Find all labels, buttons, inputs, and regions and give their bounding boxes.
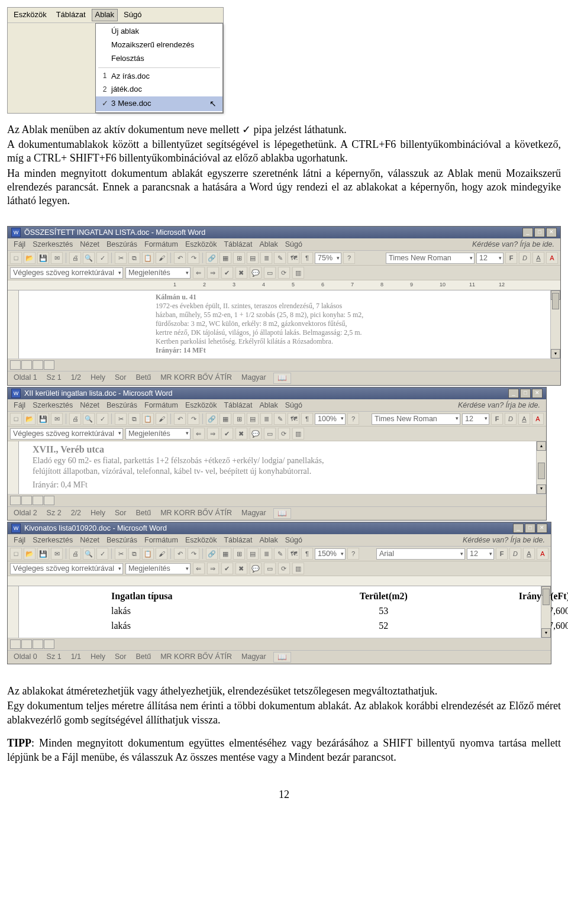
ask-box[interactable]: Kérdése van? Írja be ide. — [470, 240, 557, 249]
menuitem-doc3[interactable]: ✓ 3 Mese.doc ↖ — [96, 96, 222, 111]
word-menubar: Fájl Szerkesztés Nézet Beszúrás Formátum… — [8, 238, 560, 251]
zoom-combo[interactable]: 100% — [315, 413, 346, 425]
excel-icon[interactable]: ▤ — [247, 252, 259, 264]
close-button[interactable]: ✕ — [532, 389, 543, 398]
minimize-button[interactable]: _ — [513, 524, 524, 533]
minimize-button[interactable]: _ — [508, 389, 519, 398]
word-icon: W — [11, 389, 21, 398]
menu-ablak[interactable]: Ablak — [92, 9, 118, 21]
check-icon: ✓ — [98, 99, 111, 109]
body-text: Ha minden megnyitott dokumentum ablakát … — [7, 167, 561, 208]
menuitem-doc2[interactable]: 2játék.doc — [96, 83, 222, 96]
hyperlink-icon[interactable]: 🔗 — [206, 252, 218, 264]
word-window-2: W XII kerületi ingatlan lista.doc - Micr… — [7, 387, 547, 521]
cut-icon[interactable]: ✂ — [115, 252, 127, 264]
font-combo[interactable]: Times New Roman — [386, 253, 475, 264]
status-book-icon: 📖 — [273, 373, 291, 383]
new-icon[interactable]: □ — [10, 252, 22, 264]
pane-icon[interactable]: ▥ — [292, 267, 304, 279]
titlebar[interactable]: W XII kerületi ingatlan lista.doc - Micr… — [8, 387, 546, 399]
tiled-word-windows: W ÖSSZESÍTETT INGATLAN LISTA.doc - Micro… — [7, 226, 561, 664]
save-icon[interactable]: 💾 — [37, 252, 49, 264]
outline-view-icon[interactable] — [44, 360, 54, 370]
columns-icon[interactable]: ≣ — [260, 252, 272, 264]
maximize-button[interactable]: □ — [525, 524, 535, 533]
highlight-icon[interactable]: ▭ — [264, 267, 276, 279]
drawing-icon[interactable]: ✎ — [274, 252, 286, 264]
copy-icon[interactable]: ⧉ — [128, 252, 140, 264]
menu-tablazat[interactable]: Táblázat — [53, 9, 89, 21]
accept-icon[interactable]: ✔ — [221, 267, 233, 279]
reviewing-toolbar: Végleges szöveg korrektúrával Megjelenít… — [8, 266, 560, 280]
zoom-combo[interactable]: 75% — [315, 253, 341, 264]
format-painter-icon[interactable]: 🖌 — [156, 252, 167, 264]
menu-sugo[interactable]: Súgó — [120, 9, 145, 21]
ruler[interactable]: 1 2 3 4 5 6 7 8 9 10 11 12 — [8, 280, 560, 290]
maximize-button[interactable]: □ — [534, 228, 545, 237]
redo-icon[interactable]: ↷ — [188, 252, 199, 264]
ablak-dropdown: Új ablak Mozaikszerű elrendezés Felosztá… — [95, 23, 223, 113]
font-combo[interactable]: Times New Roman — [372, 413, 460, 425]
font-combo[interactable]: Arial — [376, 548, 465, 560]
body-text: Az ablakokat átméretezhetjük vagy áthely… — [7, 684, 561, 698]
mail-icon[interactable]: ✉ — [51, 252, 63, 264]
zoom-combo[interactable]: 150% — [315, 548, 346, 560]
track-icon[interactable]: ⟳ — [278, 267, 290, 279]
tipp-paragraph: TIPP: Minden megnyitott dokumentum együt… — [7, 736, 561, 764]
document-area[interactable]: Ingatlan típusa Terület(m2) Irányár(eFt)… — [8, 586, 551, 637]
underline-icon[interactable]: A — [532, 252, 544, 264]
reject-icon[interactable]: ✖ — [235, 267, 247, 279]
fontcolor-icon[interactable]: A — [546, 252, 558, 264]
menubar: Eszközök Táblázat Ablak Súgó — [8, 8, 223, 23]
map-icon[interactable]: 🗺 — [288, 252, 299, 264]
print-icon[interactable]: 🖨 — [69, 252, 81, 264]
paragraph-icon[interactable]: ¶ — [301, 252, 313, 264]
normal-view-icon[interactable] — [10, 360, 21, 370]
preview-icon[interactable]: 🔍 — [83, 252, 95, 264]
word-window-3: W Kivonatos lista010920.doc - Microsoft … — [7, 522, 551, 664]
show-combo[interactable]: Megjelenítés — [125, 267, 191, 279]
fontsize-combo[interactable]: 12 — [462, 413, 489, 425]
close-button[interactable]: ✕ — [546, 228, 557, 237]
review-display-combo[interactable]: Végleges szöveg korrektúrával — [10, 267, 123, 279]
document-area[interactable]: XVII., Veréb utca Eladó egy 60 m2- es fi… — [8, 441, 546, 494]
minimize-button[interactable]: _ — [522, 228, 533, 237]
menu-eszkozok[interactable]: Eszközök — [10, 9, 50, 21]
fontsize-combo[interactable]: 12 — [476, 253, 504, 264]
comment-icon[interactable]: 💬 — [250, 267, 262, 279]
maximize-button[interactable]: □ — [520, 389, 531, 398]
body-text: Az Ablak menüben az aktív dokumentum nev… — [7, 123, 561, 137]
table-row: lakás 53 7,600 — [111, 605, 568, 618]
next-change-icon[interactable]: ⇒ — [207, 267, 219, 279]
menuitem-felosztas[interactable]: Felosztás — [96, 52, 222, 66]
menuitem-uj-ablak[interactable]: Új ablak — [96, 25, 222, 38]
body-text: Egy dokumentum teljes méretre állítása n… — [7, 699, 561, 727]
titlebar[interactable]: W ÖSSZESÍTETT INGATLAN LISTA.doc - Micro… — [8, 227, 560, 238]
view-buttons — [8, 358, 560, 371]
ablak-menu-screenshot: Eszközök Táblázat Ablak Súgó Új ablak Mo… — [7, 7, 224, 114]
help-icon[interactable]: ? — [343, 252, 355, 264]
paste-icon[interactable]: 📋 — [142, 252, 154, 264]
close-button[interactable]: ✕ — [537, 524, 547, 533]
prev-change-icon[interactable]: ⇐ — [193, 267, 205, 279]
insert-table-icon[interactable]: ⊞ — [233, 252, 245, 264]
bold-icon[interactable]: F — [505, 252, 517, 264]
body-text: A dokumentumablakok között a billentyűze… — [7, 138, 561, 166]
word-icon: W — [11, 228, 21, 237]
menuitem-doc1[interactable]: 1Az írás.doc — [96, 70, 222, 83]
menuitem-mozaik[interactable]: Mozaikszerű elrendezés — [96, 38, 222, 52]
print-view-icon[interactable] — [33, 360, 43, 370]
open-icon[interactable]: 📂 — [24, 252, 36, 264]
titlebar[interactable]: W Kivonatos lista010920.doc - Microsoft … — [8, 522, 551, 534]
document-area[interactable]: Kálmán u. 41 1972-es években épült, II. … — [8, 290, 560, 358]
standard-toolbar: □ 📂 💾 ✉ 🖨 🔍 ✓ ✂ ⧉ 📋 🖌 ↶ ↷ 🔗 ▦ ⊞ ▤ ≣ ✎ 🗺 … — [8, 251, 560, 266]
fontsize-combo[interactable]: 12 — [467, 548, 494, 560]
web-view-icon[interactable] — [21, 360, 32, 370]
spellcheck-icon[interactable]: ✓ — [96, 252, 108, 264]
italic-icon[interactable]: D — [519, 252, 531, 264]
table-row: lakás 52 7,600 — [111, 619, 568, 633]
tables-icon[interactable]: ▦ — [220, 252, 231, 264]
undo-icon[interactable]: ↶ — [174, 252, 186, 264]
status-bar: Oldal 1 Sz 1 1/2 Hely Sor Betű MR KORR B… — [8, 371, 560, 385]
window-title: Kivonatos lista010920.doc - Microsoft Wo… — [24, 524, 167, 533]
